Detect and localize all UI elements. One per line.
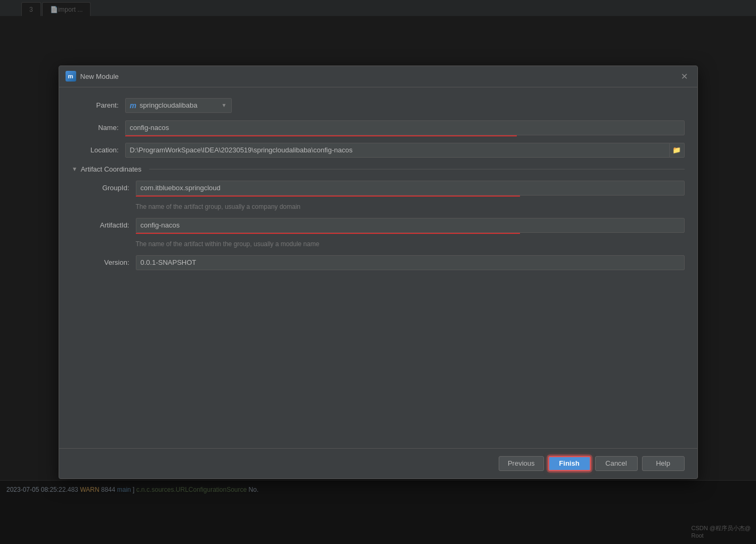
location-input[interactable]	[125, 143, 670, 158]
section-collapse-icon: ▼	[72, 166, 78, 172]
section-divider	[149, 169, 685, 169]
artifact-sub-form: GroupId: The name of the artifact group,…	[72, 181, 685, 270]
dialog-overlay: m New Module ✕ Parent: m springcloudalib…	[0, 0, 756, 544]
artifact-section-title: Artifact Coordinates	[80, 165, 141, 173]
name-row: Name:	[72, 120, 685, 135]
location-label: Location:	[72, 146, 125, 154]
dialog-icon: m	[66, 71, 76, 82]
version-input[interactable]	[136, 255, 685, 270]
cancel-button[interactable]: Cancel	[595, 456, 638, 471]
artifactid-hint: The name of the artifact within the grou…	[136, 240, 685, 248]
location-row: Location: 📁	[72, 143, 685, 158]
parent-dropdown-text: springcloudalibaba	[140, 101, 218, 109]
groupid-input-wrapper	[136, 181, 685, 196]
parent-field: m springcloudalibaba ▼	[125, 98, 685, 113]
parent-row: Parent: m springcloudalibaba ▼	[72, 98, 685, 113]
dropdown-arrow-icon: ▼	[222, 102, 227, 108]
parent-dropdown[interactable]: m springcloudalibaba ▼	[125, 98, 232, 113]
name-label: Name:	[72, 124, 125, 132]
name-input-wrapper	[125, 120, 685, 135]
artifactid-input[interactable]	[136, 218, 685, 233]
artifactid-label: ArtifactId:	[83, 221, 136, 229]
maven-m-icon: m	[130, 101, 136, 110]
dialog-title: New Module	[80, 72, 119, 80]
artifactid-row: ArtifactId:	[83, 218, 685, 233]
parent-label: Parent:	[72, 101, 125, 109]
dialog-title-left: m New Module	[66, 71, 119, 82]
name-input[interactable]	[125, 120, 685, 135]
empty-space	[72, 278, 685, 437]
help-button[interactable]: Help	[642, 456, 685, 471]
artifactid-input-wrapper	[136, 218, 685, 233]
location-wrapper: 📁	[125, 143, 685, 158]
folder-browse-button[interactable]: 📁	[670, 143, 685, 158]
version-label: Version:	[83, 258, 136, 266]
dialog-footer: Previous Finish Cancel Help	[59, 448, 697, 478]
artifact-section-header[interactable]: ▼ Artifact Coordinates	[72, 165, 685, 173]
version-field	[136, 255, 685, 270]
version-row: Version:	[83, 255, 685, 270]
new-module-dialog: m New Module ✕ Parent: m springcloudalib…	[59, 66, 698, 479]
close-button[interactable]: ✕	[678, 70, 691, 83]
folder-icon: 📁	[672, 146, 681, 154]
groupid-row: GroupId:	[83, 181, 685, 196]
dialog-titlebar: m New Module ✕	[59, 66, 697, 87]
groupid-hint: The name of the artifact group, usually …	[136, 203, 685, 210]
groupid-input[interactable]	[136, 181, 685, 196]
finish-button[interactable]: Finish	[548, 456, 591, 471]
dialog-content: Parent: m springcloudalibaba ▼ Name:	[59, 87, 697, 448]
groupid-label: GroupId:	[83, 184, 136, 192]
previous-button[interactable]: Previous	[499, 456, 544, 471]
location-field: 📁	[125, 143, 685, 158]
